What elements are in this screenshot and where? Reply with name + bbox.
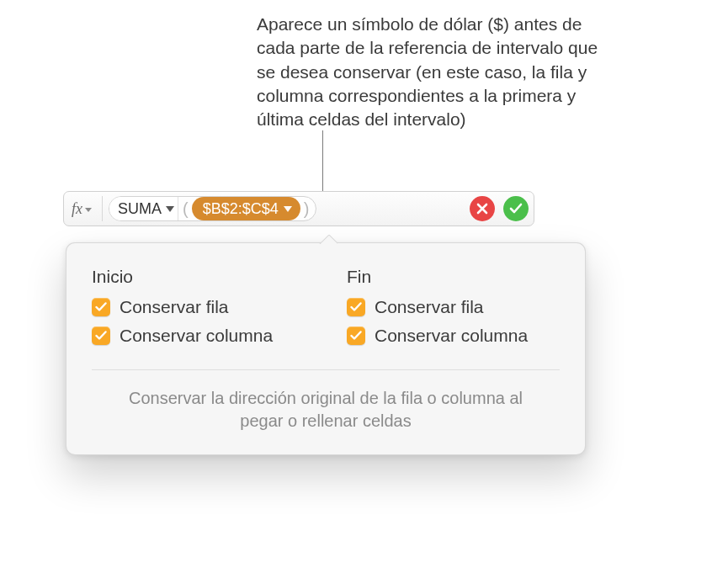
end-preserve-row-option[interactable]: Conservar fila bbox=[347, 297, 560, 317]
fx-button[interactable]: fx bbox=[69, 200, 96, 218]
function-name-label: SUMA bbox=[118, 200, 162, 218]
formula-token[interactable]: SUMA ( $B$2:$C$4 ) bbox=[109, 196, 316, 221]
start-preserve-column-option[interactable]: Conservar columna bbox=[92, 326, 305, 346]
chevron-down-icon bbox=[85, 208, 92, 212]
start-column: Inicio Conservar fila Conservar columna bbox=[92, 267, 305, 354]
checkmark-icon bbox=[350, 331, 362, 341]
checkmark-icon bbox=[509, 203, 523, 215]
fx-icon: fx bbox=[72, 200, 82, 218]
divider bbox=[92, 369, 560, 370]
popover-description: Conservar la dirección original de la fi… bbox=[92, 387, 560, 432]
end-preserve-column-option[interactable]: Conservar columna bbox=[347, 326, 560, 346]
divider bbox=[102, 196, 103, 221]
callout-text: Aparece un símbolo de dólar ($) antes de… bbox=[257, 13, 610, 132]
checkbox-checked[interactable] bbox=[347, 326, 365, 345]
close-icon bbox=[476, 203, 488, 215]
checkbox-label: Conservar columna bbox=[375, 326, 528, 346]
confirm-button[interactable] bbox=[503, 196, 529, 221]
chevron-down-icon bbox=[166, 206, 174, 212]
end-column: Fin Conservar fila Conservar columna bbox=[347, 267, 560, 354]
cancel-button[interactable] bbox=[470, 196, 495, 221]
function-name-dropdown[interactable]: SUMA bbox=[109, 197, 178, 220]
start-title: Inicio bbox=[92, 267, 305, 287]
checkmark-icon bbox=[350, 302, 362, 312]
checkbox-checked[interactable] bbox=[347, 298, 365, 316]
preserve-reference-popover: Inicio Conservar fila Conservar columna bbox=[66, 242, 586, 455]
chevron-down-icon bbox=[284, 206, 292, 212]
range-reference-pill[interactable]: $B$2:$C$4 bbox=[192, 197, 300, 220]
checkbox-label: Conservar columna bbox=[120, 326, 273, 346]
paren-open: ( bbox=[178, 199, 190, 219]
checkbox-checked[interactable] bbox=[92, 298, 110, 316]
checkbox-label: Conservar fila bbox=[375, 297, 484, 317]
start-preserve-row-option[interactable]: Conservar fila bbox=[92, 297, 305, 317]
paren-close: ) bbox=[302, 199, 316, 219]
checkmark-icon bbox=[95, 331, 107, 341]
formula-bar: fx SUMA ( $B$2:$C$4 ) bbox=[63, 191, 534, 226]
checkbox-label: Conservar fila bbox=[120, 297, 229, 317]
range-reference-label: $B$2:$C$4 bbox=[203, 200, 279, 218]
popover-arrow bbox=[319, 235, 337, 244]
end-title: Fin bbox=[347, 267, 560, 287]
checkmark-icon bbox=[95, 302, 107, 312]
callout-leader-line bbox=[322, 130, 323, 195]
checkbox-checked[interactable] bbox=[92, 326, 110, 345]
